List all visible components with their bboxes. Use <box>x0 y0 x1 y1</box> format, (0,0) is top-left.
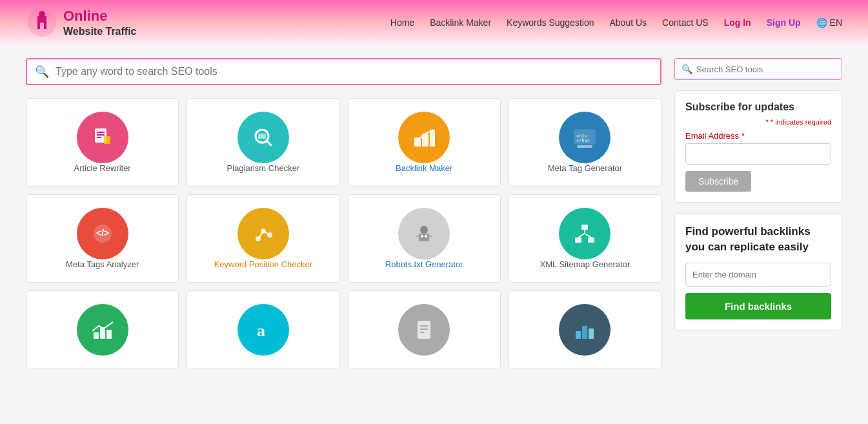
svg-point-25 <box>425 235 427 237</box>
tool-name-label: Meta Tag Generator <box>548 163 622 173</box>
nav-login[interactable]: Log In <box>724 17 751 28</box>
header: Online Website Traffic Home Backlink Mak… <box>0 0 868 45</box>
main-search-bar: 🔍 <box>26 58 661 85</box>
svg-rect-34 <box>94 332 99 339</box>
svg-point-24 <box>421 235 423 237</box>
language-selector[interactable]: 🌐 EN <box>816 17 842 28</box>
nav-contact-us[interactable]: Contact US <box>662 17 709 28</box>
tool-icon-wrap <box>398 112 450 163</box>
main-nav: Home Backlink Maker Keywords Suggestion … <box>390 17 842 28</box>
nav-keywords-suggestion[interactable]: Keywords Suggestion <box>507 17 594 28</box>
sidebar: 🔍 Subscribe for updates * * indicates re… <box>674 58 842 369</box>
email-input[interactable] <box>685 143 831 165</box>
svg-rect-29 <box>575 237 581 243</box>
sidebar-search-bar: 🔍 <box>674 58 842 80</box>
svg-rect-16 <box>577 145 592 148</box>
required-asterisk: * <box>765 118 768 126</box>
nav-backlink-maker[interactable]: Backlink Maker <box>430 17 491 28</box>
tool-card[interactable] <box>26 290 179 369</box>
logo[interactable]: Online Website Traffic <box>26 6 137 39</box>
find-backlinks-button[interactable]: Find backlinks <box>685 293 831 319</box>
tool-card[interactable]: <h1></h1>Meta Tag Generator <box>509 98 661 187</box>
tool-icon-wrap <box>398 208 450 259</box>
subscribe-box: Subscribe for updates * * indicates requ… <box>674 90 842 203</box>
tool-name-label: Article Rewriter <box>74 163 131 173</box>
svg-rect-35 <box>100 327 105 339</box>
tool-icon-wrap <box>237 112 289 163</box>
tool-icon-wrap <box>77 112 128 163</box>
svg-line-32 <box>578 234 585 237</box>
svg-rect-43 <box>582 326 587 339</box>
tool-icon-wrap <box>77 304 128 356</box>
required-note: * * indicates required <box>685 118 831 126</box>
tool-icon-wrap <box>559 304 611 356</box>
backlink-box: Find powerful backlinks you can replicat… <box>674 213 842 330</box>
svg-point-1 <box>39 11 45 17</box>
svg-rect-28 <box>581 225 588 230</box>
tool-card[interactable]: Plagiarism Checker <box>187 98 339 187</box>
tool-icon-wrap: </> <box>77 208 128 259</box>
main-search-icon: 🔍 <box>35 65 49 79</box>
subscribe-title: Subscribe for updates <box>685 101 831 113</box>
svg-point-22 <box>420 226 428 234</box>
tool-card[interactable]: </>Meta Tags Analyzer <box>26 194 179 283</box>
svg-line-33 <box>585 234 591 237</box>
svg-rect-23 <box>419 234 429 241</box>
svg-rect-36 <box>106 330 112 339</box>
tool-grid: Article RewriterPlagiarism CheckerBackli… <box>26 98 661 369</box>
tool-name-label: Meta Tags Analyzer <box>66 259 139 269</box>
content-area: 🔍 Article RewriterPlagiarism CheckerBack… <box>26 58 661 369</box>
email-required-asterisk: * <box>742 131 745 141</box>
svg-rect-6 <box>104 136 110 144</box>
tool-icon-wrap <box>559 208 611 259</box>
tool-icon-wrap: a <box>237 304 289 356</box>
svg-rect-9 <box>258 134 266 139</box>
svg-rect-12 <box>430 130 435 146</box>
tool-card[interactable]: Keyword Position Checker <box>187 194 339 283</box>
sidebar-search-input[interactable] <box>696 65 835 74</box>
tool-name-label: Robots.txt Generator <box>385 259 463 269</box>
svg-line-8 <box>267 141 272 146</box>
sidebar-search-icon: 🔍 <box>681 64 692 74</box>
tool-card[interactable] <box>509 290 661 369</box>
globe-icon: 🌐 <box>816 17 827 28</box>
domain-input[interactable] <box>685 263 831 287</box>
tool-icon-wrap <box>237 208 289 259</box>
logo-text: Online Website Traffic <box>63 8 137 37</box>
tool-name-label: Keyword Position Checker <box>214 259 312 269</box>
svg-rect-42 <box>576 331 581 339</box>
tool-card[interactable] <box>348 290 501 369</box>
tool-card[interactable]: Article Rewriter <box>26 98 179 187</box>
nav-about-us[interactable]: About Us <box>609 17 647 28</box>
main-container: 🔍 Article RewriterPlagiarism CheckerBack… <box>0 45 868 382</box>
tool-icon-wrap <box>398 304 450 356</box>
logo-icon <box>26 6 58 39</box>
tool-card[interactable]: Robots.txt Generator <box>348 194 501 283</box>
subscribe-button[interactable]: Subscribe <box>685 171 751 192</box>
tool-card[interactable]: a <box>187 290 339 369</box>
tool-name-label: Plagiarism Checker <box>227 163 300 173</box>
backlink-title: Find powerful backlinks you can replicat… <box>685 224 831 255</box>
svg-text:</>: </> <box>96 228 109 238</box>
tool-icon-wrap: <h1></h1> <box>559 112 611 163</box>
svg-text:a: a <box>257 321 265 340</box>
tool-card[interactable]: XML Sitemap Generator <box>509 194 661 283</box>
svg-rect-44 <box>589 328 594 339</box>
main-search-input[interactable] <box>56 66 652 77</box>
tool-name-label: Backlink Maker <box>396 163 452 173</box>
nav-home[interactable]: Home <box>390 17 414 28</box>
email-label: Email Address * <box>685 131 831 141</box>
tool-card[interactable]: Backlink Maker <box>348 98 501 187</box>
svg-text:</h1>: </h1> <box>576 138 590 143</box>
nav-signup[interactable]: Sign Up <box>767 17 801 28</box>
tool-name-label: XML Sitemap Generator <box>540 259 631 269</box>
svg-rect-30 <box>588 237 594 243</box>
